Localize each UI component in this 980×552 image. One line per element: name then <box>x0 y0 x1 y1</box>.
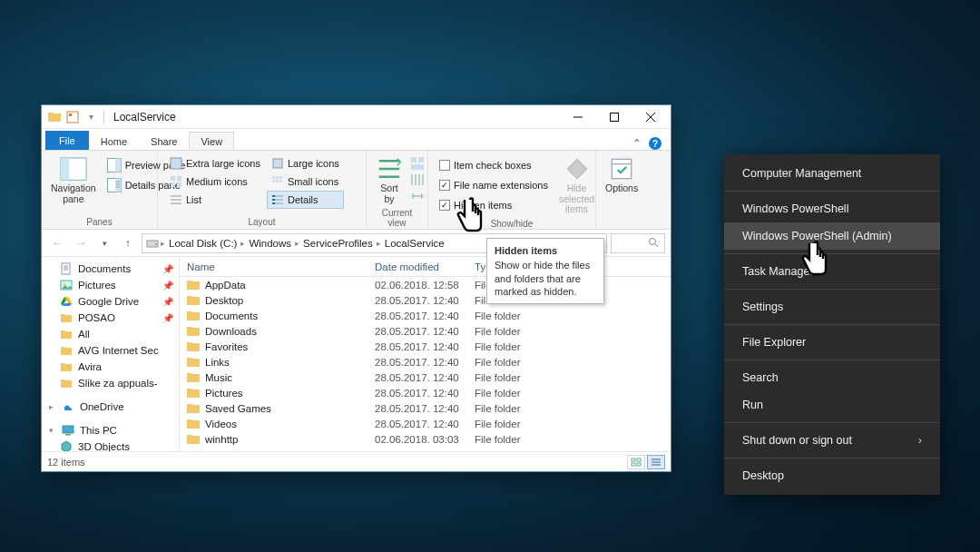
ctx-item[interactable]: Windows PowerShell <box>724 195 940 222</box>
ctx-item[interactable]: Shut down or sign out› <box>724 427 940 454</box>
sort-by-button[interactable]: Sort by <box>374 154 405 206</box>
add-columns-icon[interactable] <box>410 172 425 187</box>
svg-rect-12 <box>171 182 175 187</box>
up-button[interactable]: ↑ <box>118 233 138 253</box>
view-large-icons-button[interactable] <box>627 455 645 469</box>
hidden-items-tooltip: Hidden items Show or hide the files and … <box>486 238 604 304</box>
sidebar-item[interactable]: AVG Internet Sec <box>42 342 179 359</box>
svg-rect-35 <box>637 463 641 466</box>
svg-rect-30 <box>63 426 74 433</box>
sidebar-item[interactable]: Avira <box>42 359 179 375</box>
svg-rect-32 <box>632 458 635 461</box>
search-box[interactable] <box>611 233 665 253</box>
navigation-pane-button[interactable]: Navigation pane <box>49 154 98 206</box>
sidebar-item[interactable]: Slike za appuals- <box>42 375 179 391</box>
show-hide-group-label: Show/hide <box>436 217 588 231</box>
group-by-icon[interactable] <box>410 156 425 171</box>
ctx-item[interactable]: Run <box>724 391 940 419</box>
breadcrumb-item[interactable]: LocalService <box>383 238 446 249</box>
ribbon-view: Navigation pane Preview pane Details pan… <box>42 151 671 230</box>
hide-selected-items-button: Hide selected items <box>557 154 596 217</box>
file-row[interactable]: winhttp02.06.2018. 03:03File folder <box>180 431 671 447</box>
folder-icon <box>60 377 73 389</box>
recent-locations-button[interactable]: ▾ <box>94 233 114 253</box>
svg-rect-21 <box>418 157 424 163</box>
size-columns-icon[interactable] <box>410 189 425 203</box>
panes-group-label: Panes <box>49 215 150 229</box>
svg-rect-22 <box>411 164 424 170</box>
3d-objects-icon <box>60 440 73 451</box>
window-title: LocalService <box>113 111 176 123</box>
sidebar-item[interactable]: Google Drive📌 <box>42 293 179 310</box>
forward-button[interactable]: → <box>71 233 91 253</box>
new-folder-icon[interactable]: ▾ <box>83 110 98 124</box>
file-row[interactable]: Links28.05.2017. 12:40File folder <box>180 354 671 370</box>
svg-rect-3 <box>61 158 69 180</box>
gd-icon <box>60 295 73 308</box>
pin-icon: 📌 <box>162 297 173 307</box>
maximize-button[interactable] <box>596 105 632 129</box>
ctx-item[interactable]: Computer Management <box>724 160 940 187</box>
svg-rect-17 <box>272 180 275 182</box>
file-row[interactable]: Documents28.05.2017. 12:40File folder <box>180 308 671 323</box>
sidebar-item[interactable]: All <box>42 326 179 342</box>
svg-rect-20 <box>411 157 416 163</box>
file-name-extensions-toggle[interactable]: File name extensions <box>436 176 552 194</box>
column-date[interactable]: Date modified <box>375 261 475 272</box>
hidden-items-toggle[interactable]: Hidden items <box>436 196 552 214</box>
sidebar-item-onedrive[interactable]: ▸ OneDrive <box>42 399 179 415</box>
layout-gallery[interactable]: Extra large icons Large icons Medium ico… <box>165 154 344 209</box>
minimize-button[interactable] <box>560 105 596 129</box>
nav-sidebar[interactable]: Documents📌Pictures📌Google Drive📌POSAO📌Al… <box>42 257 180 451</box>
svg-rect-13 <box>177 182 181 187</box>
column-name[interactable]: Name <box>180 261 375 272</box>
close-button[interactable] <box>632 105 669 129</box>
breadcrumb-item[interactable]: Local Disk (C:) <box>167 238 239 249</box>
back-button[interactable]: ← <box>47 233 67 253</box>
file-row[interactable]: Saved Games28.05.2017. 12:40File folder <box>180 400 671 416</box>
breadcrumb-item[interactable]: Windows <box>247 238 293 249</box>
file-row[interactable]: Downloads28.05.2017. 12:40File folder <box>180 323 671 339</box>
svg-point-25 <box>155 243 157 245</box>
ctx-item[interactable]: File Explorer <box>724 329 940 356</box>
svg-point-29 <box>64 283 66 286</box>
status-bar: 12 items <box>42 451 671 471</box>
search-icon <box>648 237 659 250</box>
this-pc-icon <box>62 424 74 437</box>
ctx-item[interactable]: Task Manager <box>724 258 940 285</box>
file-row[interactable]: Favorites28.05.2017. 12:40File folder <box>180 339 671 354</box>
tab-view[interactable]: View <box>189 132 234 150</box>
file-row[interactable]: Music28.05.2017. 12:40File folder <box>180 370 671 385</box>
sidebar-item[interactable]: Documents📌 <box>42 261 179 277</box>
svg-rect-0 <box>67 112 78 123</box>
file-row[interactable]: Videos28.05.2017. 12:40File folder <box>180 416 671 431</box>
tab-file[interactable]: File <box>45 131 89 150</box>
svg-rect-8 <box>171 158 181 169</box>
sidebar-item-3d-objects[interactable]: 3D Objects <box>42 439 179 451</box>
sidebar-item[interactable]: POSAO📌 <box>42 310 179 326</box>
item-check-boxes-toggle[interactable]: Item check boxes <box>436 156 552 174</box>
titlebar[interactable]: ▾ LocalService <box>42 105 671 129</box>
tab-home[interactable]: Home <box>89 132 139 150</box>
ctx-item[interactable]: Settings <box>724 293 940 320</box>
sidebar-item-thispc[interactable]: ▾ This PC <box>42 422 179 439</box>
ctx-item[interactable]: Search <box>724 364 940 391</box>
collapse-ribbon-icon[interactable]: ⌃ <box>632 137 642 150</box>
status-text: 12 items <box>47 457 85 468</box>
pin-icon: 📌 <box>162 313 173 323</box>
view-details-button[interactable] <box>647 455 665 469</box>
tab-share[interactable]: Share <box>139 132 189 150</box>
file-row[interactable]: Pictures28.05.2017. 12:40File folder <box>180 385 671 400</box>
folder-icon <box>47 110 62 124</box>
svg-rect-1 <box>611 113 619 121</box>
breadcrumb-item[interactable]: ServiceProfiles <box>301 238 375 249</box>
help-icon[interactable]: ? <box>649 137 662 150</box>
ctx-item[interactable]: Desktop <box>724 462 940 489</box>
folder-icon <box>60 344 73 357</box>
svg-rect-7 <box>115 179 122 192</box>
svg-rect-15 <box>276 176 279 179</box>
ctx-item[interactable]: Windows PowerShell (Admin) <box>724 222 940 250</box>
options-button[interactable]: Options <box>603 154 640 196</box>
properties-icon[interactable] <box>65 110 80 124</box>
sidebar-item[interactable]: Pictures📌 <box>42 277 179 293</box>
